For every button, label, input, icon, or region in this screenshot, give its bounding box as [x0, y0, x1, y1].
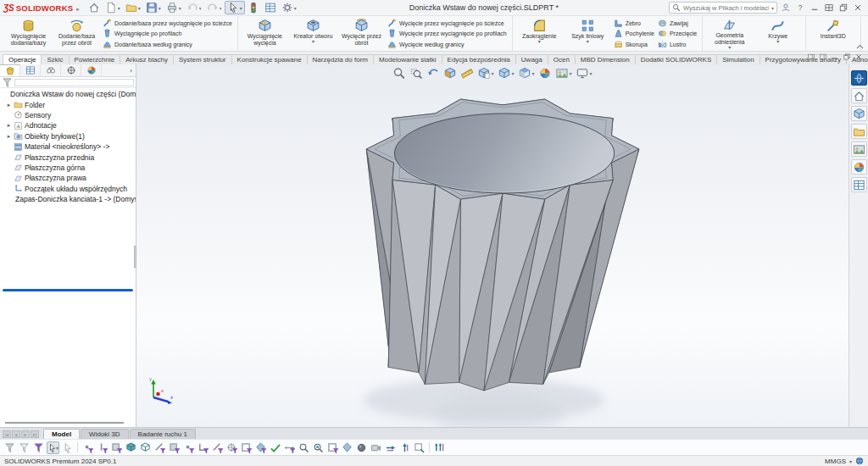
feature-tree-tab[interactable]	[0, 64, 20, 76]
graphics-viewport[interactable]: ▾▾▾▾▾ y z x	[136, 64, 849, 427]
tree-filter-input[interactable]	[14, 79, 134, 86]
new-document-button[interactable]: ▾	[103, 1, 123, 14]
design-library-tab[interactable]	[851, 106, 867, 121]
tab-system-struktur[interactable]: System struktur	[173, 54, 232, 64]
pin-right-button[interactable]	[384, 441, 397, 454]
ribbon-button[interactable]: Wycięcie przez wyciągnięcie po ścieżce	[387, 19, 507, 28]
filter-axis-button[interactable]	[225, 441, 238, 454]
filter-vertices-button[interactable]	[81, 441, 94, 454]
ribbon-button[interactable]: Lustro	[658, 40, 697, 49]
units-dropdown-icon[interactable]: ▾	[849, 458, 852, 464]
previous-view-button[interactable]	[426, 66, 440, 80]
search-box[interactable]: ▾	[669, 2, 777, 14]
filter-midpoint-button[interactable]	[211, 441, 224, 454]
apply-scene-button[interactable]: ▾	[555, 66, 573, 80]
tab-operacje[interactable]: Operacje	[3, 54, 42, 64]
tree-root-item[interactable]: Doniczka Wstaw do nowej części (Domyślna…	[0, 89, 136, 99]
filter-edges-button[interactable]	[96, 441, 108, 454]
lasso-select-button[interactable]	[61, 441, 74, 454]
mass-properties-button[interactable]: ▾	[476, 66, 494, 80]
pins-button[interactable]	[433, 441, 446, 454]
file-explorer-tab[interactable]	[851, 124, 867, 139]
minimize-button[interactable]	[807, 1, 821, 14]
tree-item[interactable]: Płaszczyzna górna	[0, 163, 136, 173]
rebuild-button[interactable]	[245, 1, 262, 14]
panel-expand-icon[interactable]: ›	[126, 64, 136, 76]
tab-uwaga[interactable]: Uwaga	[515, 54, 548, 64]
ribbon-collapse-icon[interactable]	[856, 44, 864, 49]
print-button[interactable]: ▾	[164, 1, 184, 14]
doc-close-button[interactable]	[854, 53, 863, 61]
tab-narz-dzia-do-form[interactable]: Narzędzia do form	[307, 54, 374, 64]
ribbon-button[interactable]: Wycięcie według granicy	[387, 40, 507, 49]
filter-faces-button[interactable]	[110, 441, 123, 454]
search-input[interactable]	[683, 4, 769, 12]
tree-item[interactable]: ▸Obiekty bryłowe(1)	[0, 131, 136, 141]
magnifier-components-button[interactable]	[312, 441, 325, 454]
filter-dimension-button[interactable]	[283, 441, 296, 454]
redo-button[interactable]: ▾	[204, 1, 225, 14]
ribbon-button[interactable]: Geometria odniesienia▾	[705, 17, 754, 50]
measure-button[interactable]	[459, 66, 474, 80]
filter-frame-button[interactable]	[240, 441, 253, 454]
filter-sketch-line-button[interactable]	[153, 441, 166, 454]
ribbon-button[interactable]: Wycięcie przez wyciągnięcie po profilach	[387, 29, 507, 38]
clear-filters-button[interactable]	[3, 441, 16, 454]
ribbon-button[interactable]: Dodanie/baza według granicy	[103, 40, 232, 49]
save-button[interactable]: ▾	[143, 1, 164, 14]
pin-frame-button[interactable]	[413, 441, 426, 454]
units-label[interactable]: MMGS	[825, 458, 846, 465]
display-manager-tab[interactable]	[81, 64, 102, 76]
tab-arkusz-blachy[interactable]: Arkusz blachy	[120, 54, 174, 64]
filter-decal-button[interactable]	[341, 441, 353, 454]
filter-surface-button[interactable]	[254, 441, 267, 454]
filter-check-button[interactable]	[269, 441, 281, 454]
doc-pane-right-button[interactable]	[819, 53, 827, 61]
tab-mbd-dimension[interactable]: MBD Dimension	[575, 54, 636, 64]
model-tab-model[interactable]: Model	[43, 429, 80, 439]
ribbon-button[interactable]: Wyciągnięcie wycięcia	[241, 17, 289, 50]
ribbon-button[interactable]: Szyk liniowy▾	[564, 17, 612, 50]
tree-item[interactable]: Zapas-Doniczka kanciata-1 -> (Domyślna)	[0, 194, 136, 204]
tree-item[interactable]: Płaszczyzna prawa	[0, 173, 136, 183]
globe-icon[interactable]	[855, 457, 864, 465]
tab-oce-[interactable]: Oceń	[548, 54, 576, 64]
tree-item[interactable]: ▸AAdnotacje	[0, 120, 136, 130]
panel-splitter-handle[interactable]	[134, 246, 136, 268]
edit-appearance-button[interactable]	[538, 66, 553, 80]
select-tool-button[interactable]: ▾	[225, 1, 245, 14]
filter-corner-button[interactable]	[197, 441, 209, 454]
filter-body-button[interactable]	[139, 441, 152, 454]
tab-konstrukcje-spawane[interactable]: Konstrukcje spawane	[231, 54, 308, 64]
property-manager-tab[interactable]	[20, 64, 41, 76]
tab-simulation[interactable]: Simulation	[716, 54, 760, 64]
filter-plane-button[interactable]	[168, 441, 181, 454]
tab-powierzchnie[interactable]: Powierzchnie	[69, 54, 121, 64]
view-orientation-button[interactable]: ▾	[497, 66, 515, 80]
filter-sketch-point-button[interactable]	[182, 441, 195, 454]
model-doniczka-kanciata[interactable]	[136, 64, 849, 427]
magnifier-annotations-button[interactable]	[298, 441, 310, 454]
ribbon-button[interactable]: Przecięcie	[658, 29, 697, 38]
ribbon-button[interactable]: Wycięcie przez obrót	[337, 17, 386, 50]
doc-minimize-button[interactable]	[831, 53, 839, 61]
help-button[interactable]: ?	[793, 1, 807, 14]
ribbon-button[interactable]: Zaokrąglenie▾	[515, 17, 564, 50]
ribbon-button[interactable]: Dodanie/baza przez obrót	[53, 17, 101, 50]
open-button[interactable]: ▾	[123, 1, 143, 14]
ribbon-button[interactable]: Skorupa	[614, 40, 654, 49]
logo-expand-icon[interactable]: ▸	[76, 6, 80, 13]
tab-szkic[interactable]: Szkic	[41, 54, 69, 64]
ribbon-button[interactable]: Żebro	[614, 19, 654, 28]
tree-item[interactable]: Początek układu współrzędnych	[0, 184, 136, 194]
file-properties-button[interactable]	[262, 1, 279, 14]
tree-item[interactable]: Materiał <nieokreślony> ->	[0, 141, 136, 152]
display-style-button[interactable]: ▾	[517, 66, 535, 80]
select-button[interactable]: ▾	[47, 441, 59, 454]
model-tab-nav-prev[interactable]: ◂	[12, 430, 20, 438]
filter-mesh-button[interactable]	[326, 441, 339, 454]
model-tab-nav-next[interactable]: ▸	[21, 430, 30, 438]
section-view-button[interactable]	[442, 66, 457, 80]
filters-outline-button[interactable]	[18, 441, 31, 454]
filter-camera-button[interactable]	[370, 441, 382, 454]
